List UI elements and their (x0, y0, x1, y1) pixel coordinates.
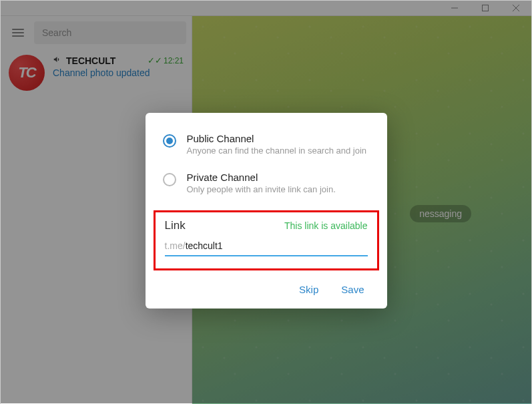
modal-overlay: Public Channel Anyone can find the chann… (1, 1, 531, 403)
skip-button[interactable]: Skip (299, 284, 318, 295)
link-prefix: t.me/ (165, 240, 186, 251)
link-input[interactable]: t.me/techcult1 (165, 240, 368, 256)
save-button[interactable]: Save (341, 284, 364, 295)
public-channel-option[interactable]: Public Channel Anyone can find the chann… (163, 133, 370, 156)
public-option-title: Public Channel (187, 133, 367, 144)
dialog-actions: Skip Save (163, 280, 370, 298)
app-window: Search TC TECHCULT ✓✓ (0, 0, 532, 404)
private-option-desc: Only people with an invite link can join… (187, 184, 336, 194)
private-option-title: Private Channel (187, 172, 336, 183)
link-section-highlight: Link This link is available t.me/techcul… (154, 210, 379, 270)
private-channel-option[interactable]: Private Channel Only people with an invi… (163, 172, 370, 194)
radio-unchecked-icon (163, 173, 176, 186)
radio-checked-icon (163, 134, 176, 148)
link-label: Link (165, 219, 186, 232)
public-option-desc: Anyone can find the channel in search an… (187, 146, 367, 156)
link-header: Link This link is available (165, 219, 368, 232)
link-value: techcult1 (186, 240, 223, 251)
link-availability-status: This link is available (284, 220, 368, 231)
channel-type-dialog: Public Channel Anyone can find the chann… (146, 113, 387, 309)
